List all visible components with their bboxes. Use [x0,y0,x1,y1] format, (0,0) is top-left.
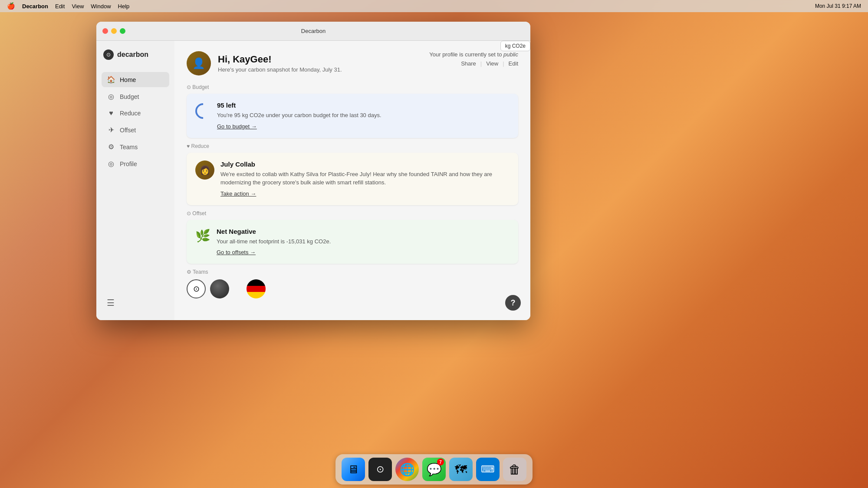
logo-icon: ⊙ [103,49,114,60]
sidebar-item-budget[interactable]: ◎ Budget [102,89,169,104]
maps-icon: 🗺 [455,462,467,477]
sidebar-item-profile[interactable]: ◎ Profile [102,156,169,171]
hamburger-menu[interactable]: ☰ [102,294,169,311]
window-menu[interactable]: Window [91,3,111,10]
main-content: kg CO2e 👤 Hi, KayGee! Here's your carbon… [174,41,530,320]
take-action-link[interactable]: Take action → [220,190,256,197]
reduce-card-body: July Collab We're excited to collab with… [220,160,510,197]
menubar: 🍎 Decarbon Edit View Window Help Mon Jul… [0,0,868,12]
share-action[interactable]: Share [461,60,476,67]
sidebar: ⊙ decarbon 🏠 Home ◎ Budget ♥ Reduce ✈ Of… [96,41,174,320]
dock-trash[interactable]: 🗑 [503,458,526,481]
budget-card: 95 left You're 95 kg CO2e under your car… [187,94,518,138]
app-window: Decarbon ⊙ decarbon 🏠 Home ◎ Budget ♥ Re… [96,22,530,320]
titlebar: Decarbon [96,22,530,41]
offset-icon: ✈ [107,126,115,134]
profile-icon: ◎ [107,160,115,168]
teams-icon: ⚙ [107,143,115,151]
user-avatar: 👤 [187,51,211,75]
chrome-icon: 🌐 [400,462,415,477]
sidebar-item-label-budget: Budget [120,93,139,100]
maximize-button[interactable] [120,28,125,34]
finder-icon: 🖥 [348,463,359,476]
sidebar-item-label-home: Home [120,76,136,83]
avatar-image: 👤 [187,51,211,75]
sidebar-item-home[interactable]: 🏠 Home [102,72,169,87]
team-avatar-1[interactable]: ⊙ [187,279,206,298]
reduce-section-label: ♥ Reduce [187,143,518,149]
teams-section-label: ⚙ Teams [187,269,518,275]
reduce-card-title: July Collab [220,160,510,168]
unit-toggle-button[interactable]: kg CO2e [500,41,530,51]
main-header: 👤 Hi, KayGee! Here's your carbon snapsho… [187,51,518,75]
dock-vscode[interactable]: ⌨ [476,458,500,481]
offset-card-desc: Your all-time net footprint is -15,031 k… [217,237,510,246]
team-avatar-3[interactable] [247,279,266,298]
budget-card-link[interactable]: Go to budget → [217,123,257,130]
dock-chrome[interactable]: 🌐 [395,458,419,481]
sidebar-item-label-teams: Teams [120,144,138,151]
team-avatar-2[interactable] [210,279,229,298]
app-name-menu: Decarbon [22,3,48,10]
reduce-icon: ♥ [107,109,115,117]
subtitle-text: Here's your carbon snapshot for Monday, … [218,66,342,73]
sidebar-item-label-offset: Offset [120,127,136,134]
menubar-right: Mon Jul 31 9:17 AM [815,3,861,9]
dock: 🖥 ⊙ 🌐 💬 7 🗺 ⌨ 🗑 [335,454,533,485]
greeting-title: Hi, KayGee! [218,54,342,65]
view-action[interactable]: View [486,60,498,67]
budget-card-body: 95 left You're 95 kg CO2e under your car… [217,102,510,130]
sidebar-item-teams[interactable]: ⚙ Teams [102,139,169,154]
offset-card: 🌿 Net Negative Your all-time net footpri… [187,220,518,264]
home-icon: 🏠 [107,75,115,84]
edit-action[interactable]: Edit [509,60,518,67]
collab-avatar-image: 👩 [195,160,214,180]
teams-section: ⚙ Teams ⊙ [187,269,518,298]
offset-card-body: Net Negative Your all-time net footprint… [217,228,510,256]
minimize-button[interactable] [111,28,117,34]
close-button[interactable] [102,28,108,34]
traffic-lights [102,28,125,34]
apple-menu[interactable]: 🍎 [7,2,15,10]
july-collab-avatar: 👩 [195,160,214,180]
window-title: Decarbon [301,28,326,34]
profile-status-text: Your profile is currently set to public [429,51,518,58]
header-actions: Share | View | Edit [429,60,518,67]
header-left: 👤 Hi, KayGee! Here's your carbon snapsho… [187,51,342,75]
sidebar-item-label-profile: Profile [120,160,137,167]
header-right: Your profile is currently set to public … [429,51,518,67]
dock-decarbon[interactable]: ⊙ [368,458,392,481]
header-text: Hi, KayGee! Here's your carbon snapshot … [218,54,342,73]
public-badge: public [503,51,518,58]
sidebar-item-reduce[interactable]: ♥ Reduce [102,106,169,121]
vscode-icon: ⌨ [481,464,495,475]
dock-messages[interactable]: 💬 7 [422,458,446,481]
budget-card-inner: 95 left You're 95 kg CO2e under your car… [195,102,510,130]
menubar-left: 🍎 Decarbon Edit View Window Help [7,2,129,10]
help-menu[interactable]: Help [118,3,130,10]
edit-menu[interactable]: Edit [55,3,65,10]
offset-section-label: ⊙ Offset [187,210,518,216]
messages-badge: 7 [437,459,444,465]
budget-card-title: 95 left [217,102,510,109]
budget-icon: ◎ [107,92,115,101]
view-menu[interactable]: View [72,3,84,10]
leaf-icon: 🌿 [195,229,210,243]
dock-finder[interactable]: 🖥 [342,458,365,481]
offset-card-title: Net Negative [217,228,510,235]
budget-card-desc: You're 95 kg CO2e under your carbon budg… [217,111,510,120]
decarbon-dock-icon: ⊙ [376,464,384,475]
sidebar-item-offset[interactable]: ✈ Offset [102,122,169,138]
menubar-time: Mon Jul 31 9:17 AM [815,3,861,9]
logo-text: decarbon [117,51,148,59]
window-body: ⊙ decarbon 🏠 Home ◎ Budget ♥ Reduce ✈ Of… [96,41,530,320]
go-to-offsets-link[interactable]: Go to offsets → [217,249,256,255]
reduce-card: 👩 July Collab We're excited to collab wi… [187,153,518,205]
dock-maps[interactable]: 🗺 [449,458,473,481]
help-button[interactable]: ? [505,295,521,311]
sidebar-logo: ⊙ decarbon [102,49,169,60]
budget-ring-icon [192,100,214,122]
budget-section-label: ⊙ Budget [187,84,518,90]
reduce-card-desc: We're excited to collab with Kathy Silva… [220,170,510,187]
reduce-card-inner: 👩 July Collab We're excited to collab wi… [195,160,510,197]
